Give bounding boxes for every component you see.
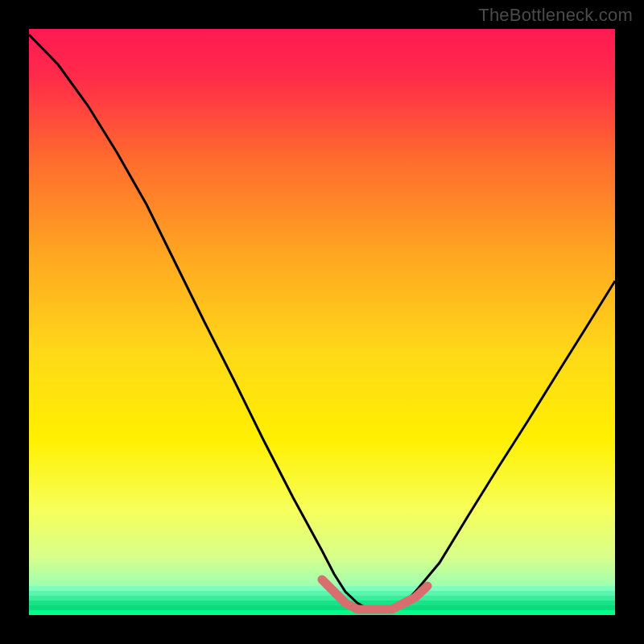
watermark-text: TheBottleneck.com [478,5,633,26]
curve-layer [29,29,615,615]
plot-area [29,29,615,615]
bottleneck-curve-path [29,35,615,609]
chart-frame: TheBottleneck.com [0,0,644,644]
optimal-zone-line [322,580,427,609]
